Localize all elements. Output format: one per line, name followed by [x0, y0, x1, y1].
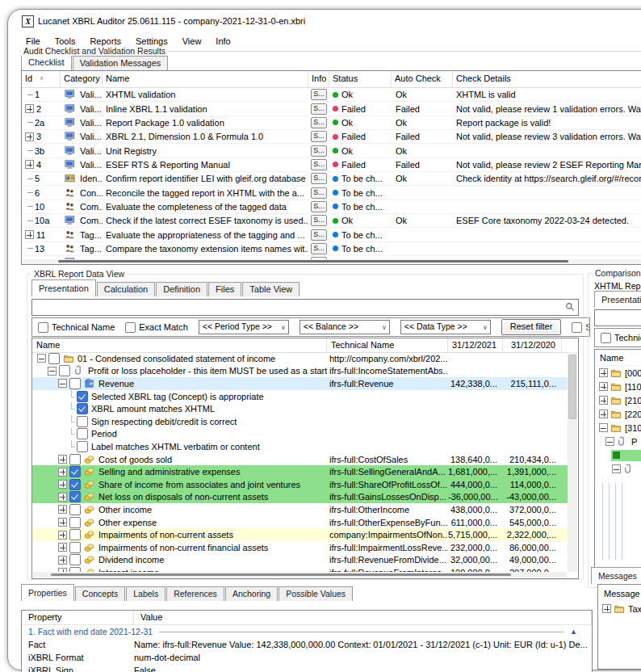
menu-view[interactable]: View	[175, 36, 209, 46]
checklist-row[interactable]: 4Vali...ESEF RTS & Reporting ManualS...F…	[22, 158, 641, 172]
checklist-row[interactable]: 2Vali...Inline XBRL 1.1 validationS...Fa…	[22, 102, 641, 116]
info-button[interactable]: S...	[311, 243, 327, 254]
column-header-check-details[interactable]: Check Details	[453, 71, 641, 87]
comparison-technical-checkbox[interactable]: Technica	[601, 333, 641, 343]
checklist-row[interactable]: 11Tag...Evaluate the appropriateness of …	[22, 228, 641, 242]
column-header-auto-check[interactable]: Auto Check	[392, 71, 453, 87]
tree-row[interactable]: Label matches XHTML verbatim or content	[32, 440, 568, 453]
comparison-tree-row[interactable]: [110	[595, 380, 641, 393]
tree-row[interactable]: Revenueifrs-full:Revenue142,338,0...215,…	[32, 377, 568, 390]
tab-presentation-comparison[interactable]: Presentation	[594, 291, 641, 308]
checklist-row[interactable]: 1Vali...XHTML validationS...OkOkXHTML is…	[22, 88, 641, 102]
comparison-tree-row[interactable]: [210	[595, 393, 641, 407]
expand-plus-icon[interactable]	[58, 531, 67, 540]
tab-validation-messages[interactable]: Validation Messages	[73, 56, 169, 70]
collapse-minus-icon[interactable]	[605, 437, 614, 446]
tree-row[interactable]: Net loss on disposals of non-current ass…	[32, 491, 568, 504]
expand-plus-icon[interactable]	[599, 410, 608, 418]
checklist-row[interactable]: 5Iden...Confirm report identifier LEI wi…	[22, 172, 641, 186]
tree-row[interactable]: Dividend incomeifrs-full:RevenueFromDivi…	[32, 554, 568, 567]
column-header-category[interactable]: Category	[61, 71, 103, 87]
checklist-row[interactable]: 3Vali...XBRL 2.1, Dimension 1.0 & Formul…	[22, 130, 641, 144]
expand-plus-icon[interactable]	[599, 396, 608, 405]
period-type-dropdown[interactable]: << Period Type >>	[199, 320, 289, 334]
balance-dropdown[interactable]: << Balance >>	[300, 320, 390, 334]
tree-row[interactable]: Impairments of non-current financial ass…	[32, 541, 568, 554]
collapse-minus-icon[interactable]	[58, 379, 67, 388]
technical-name-checkbox[interactable]: Technical Name	[38, 322, 115, 333]
row-checkbox[interactable]	[69, 529, 81, 540]
tree-row[interactable]: Share of income from associates and join…	[32, 478, 568, 491]
checklist-row[interactable]: 3bVali...Unit RegistryS...OkOk	[22, 144, 641, 158]
tab-anchoring[interactable]: Anchoring	[225, 586, 278, 601]
tab-possible-values[interactable]: Possible Values	[279, 586, 353, 601]
checklist-row[interactable]: 10aCom...Check if the latest correct ESE…	[22, 214, 641, 228]
column-header-id[interactable]: Id∧	[22, 71, 61, 87]
expand-plus-icon[interactable]	[58, 493, 67, 502]
checklist-row[interactable]: 6Con...Reconcile the tagged report in XH…	[22, 186, 641, 200]
tab-properties[interactable]: Properties	[21, 584, 74, 601]
info-button[interactable]: S...	[311, 173, 327, 184]
message-tree-row[interactable]: Taxo...	[598, 602, 641, 615]
property-row[interactable]: iXBRL Formatnum-dot-decimal	[22, 651, 592, 664]
row-checkbox[interactable]	[59, 365, 70, 376]
data-type-dropdown[interactable]: << Data Type >>	[400, 320, 491, 334]
tree-column-header-2[interactable]: Technical Name	[327, 338, 448, 352]
column-header-info[interactable]: Info	[308, 71, 329, 87]
expand-plus-icon[interactable]	[25, 230, 34, 239]
comparison-tree-row[interactable]: [220	[595, 407, 641, 421]
info-button[interactable]: S...	[311, 145, 327, 157]
tab-labels[interactable]: Labels	[126, 586, 165, 601]
collapse-minus-icon[interactable]	[612, 464, 621, 473]
properties-column-header-value[interactable]: Value	[134, 611, 592, 624]
row-checkbox[interactable]	[69, 504, 81, 515]
tree-row[interactable]: Period	[32, 428, 568, 441]
checklist-row[interactable]: 10Com...Evaluate the completeness of the…	[22, 200, 641, 214]
expand-plus-icon[interactable]	[58, 480, 67, 489]
info-button[interactable]: S...	[311, 159, 327, 170]
tab-definition[interactable]: Definition	[156, 282, 207, 296]
comparison-search-input[interactable]	[594, 309, 641, 326]
tree-row[interactable]: Impairments of non-current assetscompany…	[32, 528, 568, 541]
report-tree-vscrollbar[interactable]	[568, 352, 577, 572]
comparison-tree-row[interactable]	[595, 462, 641, 476]
menu-tools[interactable]: Tools	[48, 36, 83, 46]
info-button[interactable]: S...	[311, 229, 327, 241]
tree-row[interactable]: XBRL amount matches XHTML	[32, 402, 568, 415]
expand-plus-icon[interactable]	[58, 455, 67, 464]
row-checkbox[interactable]	[77, 403, 88, 414]
row-checkbox[interactable]	[69, 479, 81, 490]
info-button[interactable]: S...	[311, 215, 327, 226]
exact-match-checkbox[interactable]: Exact Match	[125, 322, 188, 333]
comparison-tree-row[interactable]	[595, 448, 641, 462]
collapse-group-icon[interactable]: ▲	[570, 628, 577, 636]
row-checkbox[interactable]	[48, 353, 60, 364]
tree-column-header-4[interactable]: 31/12/2020	[503, 338, 562, 352]
tab-table-view[interactable]: Table View	[242, 282, 300, 296]
property-row[interactable]: FactName: ifrs-full:Revenue Value: 142,3…	[22, 638, 592, 651]
property-row[interactable]: iXBRL SignFalse	[22, 664, 592, 672]
comparison-tree-row[interactable]: [000	[595, 366, 641, 380]
menu-file[interactable]: File	[19, 36, 48, 46]
info-button[interactable]: S...	[311, 201, 327, 212]
tree-row[interactable]: Other expenseifrs-full:OtherExpenseByFun…	[32, 516, 568, 529]
info-button[interactable]: S...	[311, 103, 327, 115]
row-checkbox[interactable]	[69, 378, 81, 389]
reset-filter-button[interactable]: Reset filter	[501, 319, 562, 335]
info-button[interactable]: S...	[311, 117, 327, 128]
row-checkbox[interactable]	[77, 391, 88, 402]
tab-checklist[interactable]: Checklist	[21, 53, 72, 70]
expand-plus-icon[interactable]	[599, 382, 608, 391]
row-checkbox[interactable]	[69, 454, 81, 465]
tab-concepts[interactable]: Concepts	[75, 586, 125, 601]
tree-row[interactable]: 01 - Condensed consolidated statement of…	[32, 352, 568, 365]
row-checkbox[interactable]	[69, 554, 81, 565]
expand-plus-icon[interactable]	[602, 604, 611, 613]
collapse-minus-icon[interactable]	[599, 423, 608, 432]
row-checkbox[interactable]	[77, 428, 88, 439]
tab-presentation[interactable]: Presentation	[31, 279, 96, 296]
expand-plus-icon[interactable]	[58, 543, 67, 552]
tree-column-header-1[interactable]: Name	[32, 338, 327, 352]
tree-row[interactable]: Selling and administrative expensesifrs-…	[32, 465, 568, 478]
expand-plus-icon[interactable]	[25, 104, 34, 113]
